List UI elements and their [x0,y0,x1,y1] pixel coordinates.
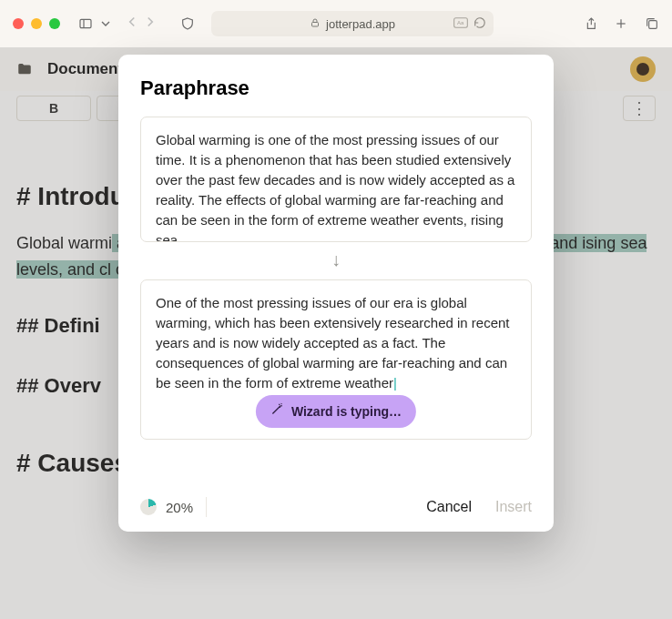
text-cursor: | [393,375,397,391]
wand-icon [270,401,284,421]
insert-button[interactable]: Insert [495,499,532,515]
svg-rect-0 [80,19,91,27]
wizard-typing-badge: Wizard is typing… [256,395,416,428]
minimize-window-button[interactable] [31,18,42,29]
result-text-box[interactable]: One of the most pressing issues of our e… [140,279,532,440]
close-window-button[interactable] [13,18,24,29]
reader-icon[interactable]: Aa [453,17,468,31]
wizard-label: Wizard is typing… [291,402,402,421]
modal-footer: 20% Cancel Insert [140,482,532,517]
tabs-icon[interactable] [645,16,659,31]
maximize-window-button[interactable] [49,18,60,29]
url-host: jotterpad.app [326,17,395,31]
progress-circle-icon [140,499,157,515]
share-icon[interactable] [583,16,597,31]
reload-icon[interactable] [473,16,486,32]
lock-icon [310,17,321,31]
svg-rect-7 [649,21,657,29]
nav-back-button[interactable] [124,14,140,34]
sidebar-toggle-icon[interactable] [78,16,93,31]
arrow-down-icon: ↓ [140,249,532,270]
new-tab-icon[interactable] [614,16,628,31]
dropdown-chevron-icon[interactable] [98,16,113,31]
modal-overlay: Paraphrase Global warming is one of the … [0,47,672,619]
divider [206,497,207,517]
modal-title: Paraphrase [140,76,532,100]
progress-percent: 20% [166,500,193,515]
nav-forward-button[interactable] [142,14,158,34]
cancel-button[interactable]: Cancel [426,499,472,515]
traffic-lights [13,18,60,29]
paraphrase-modal: Paraphrase Global warming is one of the … [118,55,554,532]
source-text-box[interactable]: Global warming is one of the most pressi… [140,117,532,242]
source-text: Global warming is one of the most pressi… [156,132,514,242]
shield-icon[interactable] [180,16,195,31]
url-bar[interactable]: jotterpad.app Aa [211,11,494,36]
svg-rect-2 [312,22,319,26]
svg-text:Aa: Aa [457,20,464,25]
browser-chrome: jotterpad.app Aa [0,0,672,47]
result-text: One of the most pressing issues of our e… [156,295,510,391]
